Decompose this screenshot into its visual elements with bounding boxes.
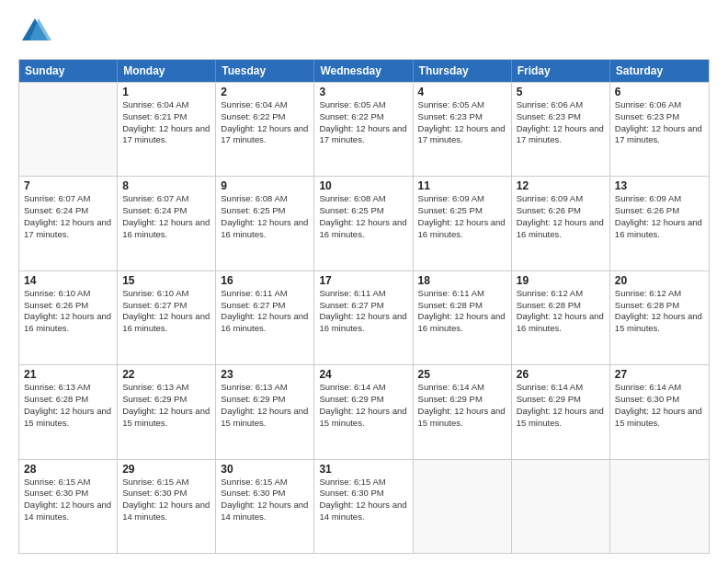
day-info: Sunrise: 6:13 AMSunset: 6:29 PMDaylight:…	[122, 382, 210, 429]
day-number: 13	[615, 179, 704, 192]
day-info: Sunrise: 6:15 AMSunset: 6:30 PMDaylight:…	[24, 477, 112, 523]
calendar-cell	[414, 460, 512, 553]
calendar-cell	[512, 460, 610, 553]
calendar-cell: 8 Sunrise: 6:07 AMSunset: 6:24 PMDayligh…	[118, 177, 216, 270]
calendar-cell: 10 Sunrise: 6:08 AMSunset: 6:25 PMDaylig…	[314, 177, 413, 270]
day-number: 28	[24, 463, 112, 476]
day-number: 24	[319, 368, 407, 381]
calendar-week-row: 7 Sunrise: 6:07 AMSunset: 6:24 PMDayligh…	[19, 176, 709, 270]
day-info: Sunrise: 6:15 AMSunset: 6:30 PMDaylight:…	[221, 477, 309, 523]
calendar-body: 1 Sunrise: 6:04 AMSunset: 6:21 PMDayligh…	[19, 82, 709, 553]
day-info: Sunrise: 6:13 AMSunset: 6:29 PMDaylight:…	[221, 382, 309, 429]
day-number: 25	[418, 368, 506, 381]
day-info: Sunrise: 6:05 AMSunset: 6:23 PMDaylight:…	[418, 99, 506, 146]
calendar-cell: 12 Sunrise: 6:09 AMSunset: 6:26 PMDaylig…	[512, 177, 610, 270]
cal-header-cell: Saturday	[610, 60, 709, 82]
calendar-cell: 28 Sunrise: 6:15 AMSunset: 6:30 PMDaylig…	[19, 460, 118, 553]
page: SundayMondayTuesdayWednesdayThursdayFrid…	[0, 0, 728, 563]
calendar: SundayMondayTuesdayWednesdayThursdayFrid…	[18, 59, 710, 554]
cal-header-cell: Friday	[512, 60, 610, 82]
day-number: 1	[122, 86, 210, 98]
calendar-cell: 25 Sunrise: 6:14 AMSunset: 6:29 PMDaylig…	[414, 365, 512, 458]
calendar-cell: 29 Sunrise: 6:15 AMSunset: 6:30 PMDaylig…	[118, 460, 216, 553]
day-info: Sunrise: 6:14 AMSunset: 6:29 PMDaylight:…	[517, 382, 605, 429]
day-number: 8	[122, 179, 210, 192]
cal-header-cell: Tuesday	[216, 60, 314, 82]
calendar-cell: 23 Sunrise: 6:13 AMSunset: 6:29 PMDaylig…	[216, 365, 314, 458]
calendar-cell: 4 Sunrise: 6:05 AMSunset: 6:23 PMDayligh…	[414, 83, 512, 176]
day-info: Sunrise: 6:12 AMSunset: 6:28 PMDaylight:…	[615, 288, 704, 335]
day-number: 29	[122, 463, 210, 476]
day-info: Sunrise: 6:10 AMSunset: 6:27 PMDaylight:…	[122, 288, 210, 335]
calendar-cell: 1 Sunrise: 6:04 AMSunset: 6:21 PMDayligh…	[118, 83, 216, 176]
day-info: Sunrise: 6:10 AMSunset: 6:26 PMDaylight:…	[24, 288, 112, 335]
day-number: 16	[221, 274, 309, 287]
day-number: 15	[122, 274, 210, 287]
day-info: Sunrise: 6:07 AMSunset: 6:24 PMDaylight:…	[24, 193, 112, 240]
calendar-cell: 18 Sunrise: 6:11 AMSunset: 6:28 PMDaylig…	[414, 271, 512, 364]
calendar-cell: 17 Sunrise: 6:11 AMSunset: 6:27 PMDaylig…	[314, 271, 413, 364]
calendar-cell: 31 Sunrise: 6:15 AMSunset: 6:30 PMDaylig…	[314, 460, 413, 553]
cal-header-cell: Wednesday	[314, 60, 413, 82]
day-number: 6	[615, 86, 704, 98]
calendar-cell: 19 Sunrise: 6:12 AMSunset: 6:28 PMDaylig…	[512, 271, 610, 364]
day-number: 17	[319, 274, 407, 287]
day-info: Sunrise: 6:06 AMSunset: 6:23 PMDaylight:…	[517, 99, 605, 146]
calendar-week-row: 1 Sunrise: 6:04 AMSunset: 6:21 PMDayligh…	[19, 82, 709, 176]
day-number: 10	[319, 179, 407, 192]
day-number: 9	[221, 179, 309, 192]
day-info: Sunrise: 6:04 AMSunset: 6:21 PMDaylight:…	[122, 99, 210, 146]
day-number: 18	[418, 274, 506, 287]
calendar-cell: 30 Sunrise: 6:15 AMSunset: 6:30 PMDaylig…	[216, 460, 314, 553]
calendar-week-row: 14 Sunrise: 6:10 AMSunset: 6:26 PMDaylig…	[19, 270, 709, 364]
day-info: Sunrise: 6:09 AMSunset: 6:25 PMDaylight:…	[418, 193, 506, 240]
day-number: 30	[221, 463, 309, 476]
day-info: Sunrise: 6:11 AMSunset: 6:28 PMDaylight:…	[418, 288, 506, 335]
day-number: 22	[122, 368, 210, 381]
calendar-cell: 6 Sunrise: 6:06 AMSunset: 6:23 PMDayligh…	[610, 83, 709, 176]
calendar-cell: 13 Sunrise: 6:09 AMSunset: 6:26 PMDaylig…	[610, 177, 709, 270]
day-number: 27	[615, 368, 704, 381]
day-info: Sunrise: 6:11 AMSunset: 6:27 PMDaylight:…	[221, 288, 309, 335]
day-number: 31	[319, 463, 407, 476]
calendar-cell: 22 Sunrise: 6:13 AMSunset: 6:29 PMDaylig…	[118, 365, 216, 458]
calendar-header-row: SundayMondayTuesdayWednesdayThursdayFrid…	[19, 60, 709, 82]
day-number: 23	[221, 368, 309, 381]
calendar-cell: 26 Sunrise: 6:14 AMSunset: 6:29 PMDaylig…	[512, 365, 610, 458]
calendar-week-row: 28 Sunrise: 6:15 AMSunset: 6:30 PMDaylig…	[19, 459, 709, 553]
day-number: 7	[24, 179, 112, 192]
calendar-cell: 20 Sunrise: 6:12 AMSunset: 6:28 PMDaylig…	[610, 271, 709, 364]
day-info: Sunrise: 6:13 AMSunset: 6:28 PMDaylight:…	[24, 382, 112, 429]
logo-icon	[18, 15, 51, 48]
day-number: 26	[517, 368, 605, 381]
day-info: Sunrise: 6:07 AMSunset: 6:24 PMDaylight:…	[122, 193, 210, 240]
calendar-cell	[19, 83, 118, 176]
day-info: Sunrise: 6:14 AMSunset: 6:29 PMDaylight:…	[319, 382, 407, 429]
day-info: Sunrise: 6:14 AMSunset: 6:30 PMDaylight:…	[615, 382, 704, 429]
calendar-cell: 24 Sunrise: 6:14 AMSunset: 6:29 PMDaylig…	[314, 365, 413, 458]
cal-header-cell: Monday	[118, 60, 216, 82]
calendar-cell: 14 Sunrise: 6:10 AMSunset: 6:26 PMDaylig…	[19, 271, 118, 364]
day-info: Sunrise: 6:09 AMSunset: 6:26 PMDaylight:…	[517, 193, 605, 240]
calendar-cell: 15 Sunrise: 6:10 AMSunset: 6:27 PMDaylig…	[118, 271, 216, 364]
day-info: Sunrise: 6:09 AMSunset: 6:26 PMDaylight:…	[615, 193, 704, 240]
logo	[18, 15, 55, 48]
day-info: Sunrise: 6:11 AMSunset: 6:27 PMDaylight:…	[319, 288, 407, 335]
calendar-cell: 11 Sunrise: 6:09 AMSunset: 6:25 PMDaylig…	[414, 177, 512, 270]
day-number: 5	[517, 86, 605, 98]
day-info: Sunrise: 6:06 AMSunset: 6:23 PMDaylight:…	[615, 99, 704, 146]
day-number: 2	[221, 86, 309, 98]
calendar-cell: 5 Sunrise: 6:06 AMSunset: 6:23 PMDayligh…	[512, 83, 610, 176]
day-info: Sunrise: 6:15 AMSunset: 6:30 PMDaylight:…	[122, 477, 210, 523]
day-info: Sunrise: 6:04 AMSunset: 6:22 PMDaylight:…	[221, 99, 309, 146]
calendar-cell: 21 Sunrise: 6:13 AMSunset: 6:28 PMDaylig…	[19, 365, 118, 458]
day-number: 21	[24, 368, 112, 381]
day-number: 4	[418, 86, 506, 98]
day-number: 12	[517, 179, 605, 192]
calendar-cell: 3 Sunrise: 6:05 AMSunset: 6:22 PMDayligh…	[314, 83, 413, 176]
calendar-cell: 27 Sunrise: 6:14 AMSunset: 6:30 PMDaylig…	[610, 365, 709, 458]
day-info: Sunrise: 6:14 AMSunset: 6:29 PMDaylight:…	[418, 382, 506, 429]
day-info: Sunrise: 6:12 AMSunset: 6:28 PMDaylight:…	[517, 288, 605, 335]
header	[18, 15, 710, 48]
day-info: Sunrise: 6:05 AMSunset: 6:22 PMDaylight:…	[319, 99, 407, 146]
